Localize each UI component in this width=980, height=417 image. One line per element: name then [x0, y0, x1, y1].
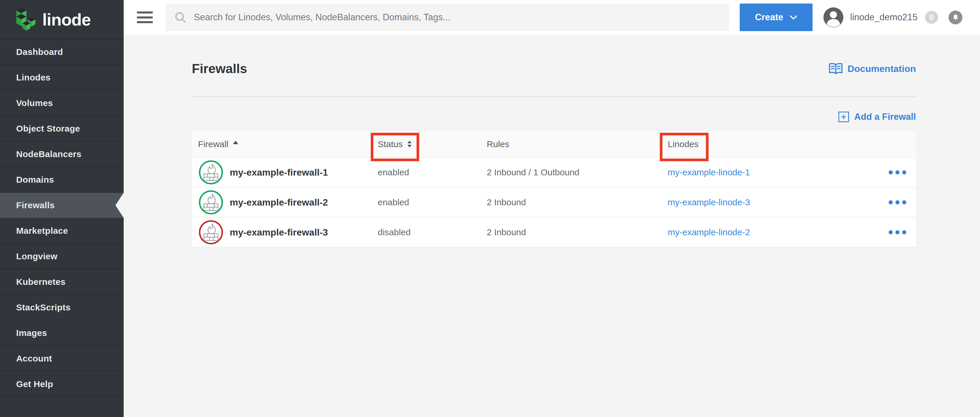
search-bar [166, 3, 729, 31]
sidebar-item-nodebalancers[interactable]: NodeBalancers [0, 142, 124, 167]
column-header-status[interactable]: Status [378, 139, 412, 149]
page-title: Firewalls [192, 61, 247, 76]
linode-link[interactable]: my-example-linode-2 [668, 227, 750, 237]
sidebar-item-account[interactable]: Account [0, 346, 124, 371]
firewall-status: enabled [378, 167, 409, 177]
search-input[interactable] [193, 12, 723, 23]
table-row: my-example-firewall-1 enabled 2 Inbound … [192, 158, 916, 188]
firewall-enabled-icon [199, 190, 223, 215]
firewall-rules: 2 Inbound [487, 227, 526, 237]
sidebar-item-domains[interactable]: Domains [0, 167, 124, 193]
linode-link[interactable]: my-example-linode-3 [668, 197, 750, 207]
sidebar-item-get-help[interactable]: Get Help [0, 371, 124, 397]
firewall-enabled-icon [199, 160, 223, 185]
firewall-status: enabled [378, 197, 409, 207]
linode-cloud-manager: linode Dashboard Linodes Volumes Object … [0, 0, 980, 417]
firewall-rules: 2 Inbound [487, 197, 526, 207]
row-actions-button[interactable] [886, 197, 909, 207]
sidebar-item-dashboard[interactable]: Dashboard [0, 39, 124, 65]
sidebar-item-marketplace[interactable]: Marketplace [0, 218, 124, 244]
topbar: Create linode_demo215 0 [124, 0, 980, 35]
column-header-linodes: Linodes [668, 139, 698, 149]
linode-logo-icon [14, 7, 37, 32]
table-toolbar: Add a Firewall [192, 111, 916, 123]
column-header-firewall[interactable]: Firewall [198, 139, 238, 149]
notifications-button[interactable] [948, 11, 963, 24]
sidebar-nav: Dashboard Linodes Volumes Object Storage… [0, 39, 124, 397]
add-firewall-button[interactable]: Add a Firewall [838, 111, 916, 123]
documentation-icon [828, 62, 843, 75]
column-header-rules: Rules [487, 139, 509, 149]
sidebar-item-object-storage[interactable]: Object Storage [0, 116, 124, 142]
sidebar-item-linodes[interactable]: Linodes [0, 65, 124, 91]
plus-square-icon [838, 111, 850, 123]
menu-button[interactable] [137, 11, 153, 23]
table-row: my-example-firewall-3 disabled 2 Inbound… [192, 218, 916, 248]
sort-icon [407, 141, 412, 147]
notification-badge: 0 [925, 11, 938, 24]
sidebar-item-volumes[interactable]: Volumes [0, 91, 124, 116]
linode-logo[interactable]: linode [0, 0, 124, 39]
table-row: my-example-firewall-2 enabled 2 Inbound … [192, 188, 916, 218]
username[interactable]: linode_demo215 [850, 12, 918, 22]
documentation-link[interactable]: Documentation [828, 62, 916, 75]
firewall-name: my-example-firewall-1 [230, 167, 328, 178]
sidebar-item-longview[interactable]: Longview [0, 244, 124, 269]
section-divider [192, 96, 916, 97]
firewall-name: my-example-firewall-3 [230, 227, 328, 237]
sidebar-item-images[interactable]: Images [0, 320, 124, 346]
firewall-rules: 2 Inbound / 1 Outbound [487, 167, 579, 177]
linode-logo-text: linode [42, 10, 91, 29]
row-actions-button[interactable] [886, 167, 909, 177]
row-actions-button[interactable] [886, 227, 909, 237]
create-button[interactable]: Create [740, 3, 813, 31]
sidebar-item-firewalls[interactable]: Firewalls [0, 193, 124, 218]
sidebar-item-stackscripts[interactable]: StackScripts [0, 295, 124, 320]
firewall-name: my-example-firewall-2 [230, 197, 328, 208]
page-header: Firewalls Documentation [192, 60, 916, 77]
sidebar: linode Dashboard Linodes Volumes Object … [0, 0, 124, 417]
bell-icon [951, 13, 960, 21]
sidebar-item-kubernetes[interactable]: Kubernetes [0, 269, 124, 295]
firewalls-table: Firewall Status Rules Linodes [192, 131, 916, 248]
table-header-row: Firewall Status Rules Linodes [192, 131, 916, 158]
sort-ascending-icon [233, 141, 238, 144]
chevron-down-icon [790, 15, 797, 20]
firewall-disabled-icon [199, 220, 223, 245]
avatar[interactable] [822, 6, 844, 28]
search-icon [174, 11, 187, 24]
linode-link[interactable]: my-example-linode-1 [668, 167, 750, 177]
firewall-status: disabled [378, 227, 411, 237]
hamburger-icon [137, 11, 153, 14]
main-content: Firewalls Documentation [124, 35, 980, 417]
